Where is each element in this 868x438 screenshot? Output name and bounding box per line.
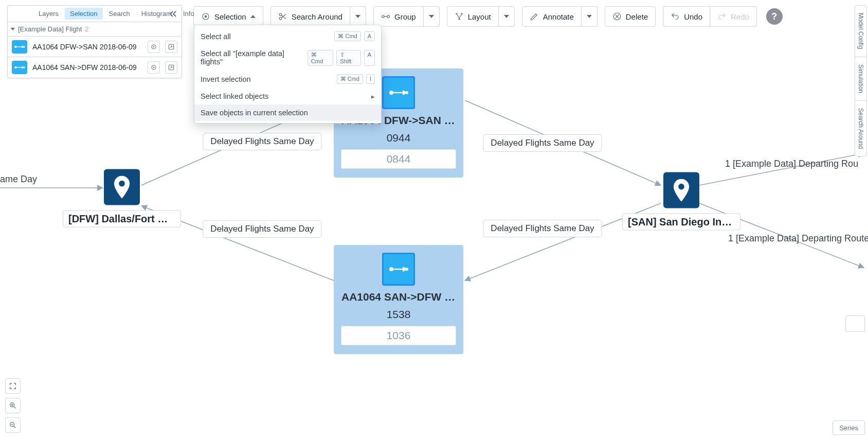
locate-button[interactable] <box>148 41 160 53</box>
rail-tab-search-around[interactable]: Search Around <box>855 101 866 156</box>
selection-button[interactable]: Selection <box>193 6 263 27</box>
ext-edge-label-top-right: 1 [Example Data] Departing Rou <box>725 159 858 169</box>
fit-view-button[interactable] <box>5 378 21 394</box>
dd-label: Select all <box>201 32 231 41</box>
tab-info[interactable]: Info <box>178 8 200 20</box>
svg-point-12 <box>405 91 408 94</box>
airport-node-dfw[interactable]: [DFW] Dallas/Fort Wo… <box>63 169 181 227</box>
zoom-in-button[interactable] <box>5 398 21 413</box>
layout-icon <box>455 12 464 21</box>
svg-point-34 <box>14 45 16 47</box>
rail-tab-model-config[interactable]: Model Config <box>855 6 866 57</box>
svg-point-44 <box>23 66 25 68</box>
svg-point-9 <box>389 91 393 95</box>
svg-point-7 <box>119 181 125 187</box>
flight-title: AA1064 SAN->DFW 20… <box>341 291 456 303</box>
svg-line-30 <box>459 14 462 19</box>
toolbar-label: Annotate <box>543 12 574 21</box>
map-pin-icon <box>663 172 699 208</box>
dropdown-item-linked[interactable]: Select linked objects ▸ <box>194 88 381 104</box>
undo-button[interactable]: Undo <box>663 6 710 27</box>
svg-point-37 <box>23 46 25 47</box>
airport-node-san[interactable]: [SAN] San Diego Inter… <box>622 172 740 231</box>
ext-edge-label-left: ame Day <box>0 174 37 185</box>
list-item-title: AA1064 SAN->DFW 2018-06-09 <box>32 63 142 72</box>
group-caret[interactable] <box>424 6 440 27</box>
svg-line-29 <box>457 14 459 19</box>
kbd: A <box>364 31 375 41</box>
edge-label-bl: Delayed Flights Same Day <box>203 220 321 238</box>
layout-caret[interactable] <box>499 6 515 27</box>
open-button[interactable] <box>165 61 177 74</box>
flight-value1: 1538 <box>387 308 411 321</box>
kbd: A <box>364 50 375 66</box>
undo-icon <box>671 12 680 21</box>
airport-label: [DFW] Dallas/Fort Wo… <box>63 211 181 227</box>
svg-line-53 <box>14 426 15 428</box>
zoom-controls <box>5 378 21 433</box>
flight-node-bottom[interactable]: AA1064 SAN->DFW 20… 1538 1036 <box>334 245 463 354</box>
tab-search[interactable]: Search <box>104 8 135 20</box>
dropdown-item-select-all[interactable]: Select all ⌘ Cmd A <box>194 27 381 45</box>
flight-value2: 0844 <box>387 153 411 165</box>
side-panel-tabs: Layers Selection Search Histogram Info <box>8 6 182 22</box>
dd-label: Select linked objects <box>201 92 268 100</box>
dd-label: Save objects in current selection <box>201 109 308 117</box>
caret-down-icon <box>504 15 509 18</box>
kbd: ⌘ Cmd <box>308 50 334 66</box>
caret-up-icon <box>250 15 256 18</box>
kbd: ⇧ Shift <box>336 50 360 66</box>
svg-point-24 <box>387 15 390 18</box>
selection-group-header[interactable]: [Example Data] Flight 2 <box>8 22 182 37</box>
flight-icon <box>12 61 27 74</box>
tab-selection[interactable]: Selection <box>65 8 102 20</box>
redo-button[interactable]: Redo <box>710 6 757 27</box>
edge-label-tl: Delayed Flights Same Day <box>203 133 321 150</box>
help-button[interactable]: ? <box>766 8 783 25</box>
search-around-button[interactable]: Search Around <box>270 6 350 27</box>
rail-tab-simulation[interactable]: Simulation <box>855 57 866 101</box>
annotate-button[interactable]: Annotate <box>522 6 582 27</box>
map-pin-icon <box>104 169 140 205</box>
chevron-right-icon: ▸ <box>371 93 375 100</box>
pencil-icon <box>530 12 539 21</box>
zoom-out-button[interactable] <box>5 417 21 433</box>
dd-label: Select all "[example data] flights" <box>201 49 308 66</box>
floating-panel-stub[interactable] <box>845 316 865 332</box>
layout-button[interactable]: Layout <box>447 6 499 27</box>
flight-icon <box>382 253 415 286</box>
group-label: [Example Data] Flight <box>18 25 82 33</box>
search-around-caret[interactable] <box>350 6 366 27</box>
list-item[interactable]: AA1064 SAN->DFW 2018-06-09 <box>8 57 182 78</box>
tab-layers[interactable]: Layers <box>33 8 64 20</box>
svg-point-16 <box>405 268 408 271</box>
list-item[interactable]: AA1064 DFW->SAN 2018-06-09 <box>8 37 182 57</box>
svg-point-18 <box>205 15 207 18</box>
side-panel: Layers Selection Search Histogram Info [… <box>7 5 182 78</box>
series-button[interactable]: Series <box>833 421 865 435</box>
open-button[interactable] <box>165 41 177 53</box>
caret-down-icon <box>587 15 592 18</box>
kbd: ⌘ Cmd <box>337 74 363 84</box>
kbd: ⌘ Cmd <box>334 31 360 41</box>
dropdown-item-invert[interactable]: Invert selection ⌘ Cmd I <box>194 70 381 88</box>
svg-point-46 <box>153 67 154 68</box>
delete-button[interactable]: Delete <box>605 6 656 27</box>
list-item-title: AA1064 DFW->SAN 2018-06-09 <box>32 43 142 51</box>
svg-line-49 <box>14 407 15 408</box>
locate-button[interactable] <box>148 61 160 74</box>
selection-dropdown: Select all ⌘ Cmd A Select all "[example … <box>194 25 382 124</box>
toolbar-label: Selection <box>214 12 246 21</box>
collapse-panel-button[interactable] <box>166 8 179 20</box>
delete-icon <box>612 12 622 21</box>
caret-down-icon <box>11 28 15 30</box>
link-icon <box>381 12 390 21</box>
edge-label-br: Delayed Flights Same Day <box>483 220 602 237</box>
toolbar-label: Delete <box>626 12 648 21</box>
group-button[interactable]: Group <box>373 6 424 27</box>
annotate-caret[interactable] <box>582 6 598 27</box>
dropdown-item-select-all-type[interactable]: Select all "[example data] flights" ⌘ Cm… <box>194 45 381 70</box>
dropdown-item-save-selection[interactable]: Save objects in current selection <box>194 104 381 121</box>
edge-label-tr: Delayed Flights Same Day <box>483 134 602 152</box>
svg-point-28 <box>458 19 460 20</box>
